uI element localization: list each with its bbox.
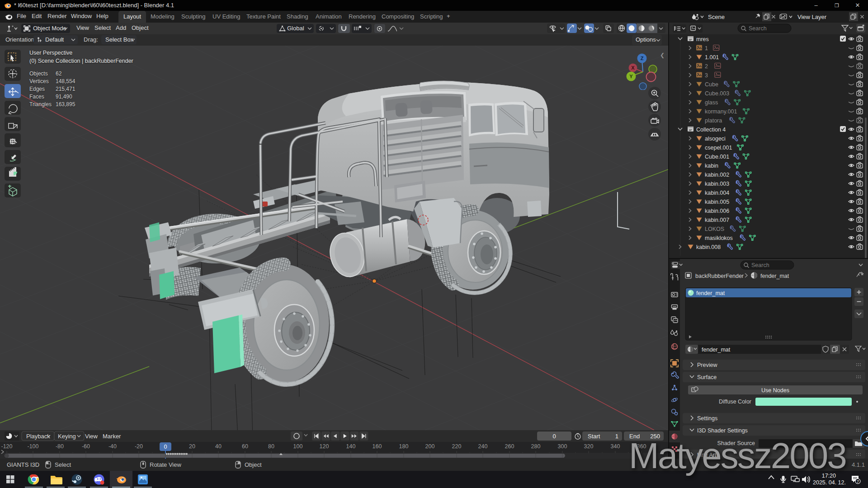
svg-text:80: 80 bbox=[268, 443, 274, 450]
svg-text:Z: Z bbox=[641, 56, 644, 61]
svg-text:Keying: Keying bbox=[58, 433, 76, 440]
svg-text:backRubberFender: backRubberFender bbox=[695, 273, 744, 279]
svg-text:180: 180 bbox=[399, 443, 409, 450]
svg-text:fender_mat: fender_mat bbox=[702, 347, 731, 353]
svg-text:Use Nodes: Use Nodes bbox=[761, 387, 789, 394]
svg-text:Search: Search bbox=[749, 25, 767, 32]
svg-text:I3D Shader Settings: I3D Shader Settings bbox=[697, 427, 748, 434]
svg-text:Cube.003: Cube.003 bbox=[705, 90, 729, 97]
svg-text:40: 40 bbox=[215, 443, 222, 450]
svg-text:240: 240 bbox=[478, 443, 488, 450]
svg-text:Marker: Marker bbox=[103, 433, 121, 440]
svg-text:Scene: Scene bbox=[708, 14, 725, 20]
svg-text:fender_mat: fender_mat bbox=[696, 290, 725, 296]
svg-text:120: 120 bbox=[320, 443, 329, 450]
svg-text:Cube: Cube bbox=[705, 81, 718, 88]
svg-text:Preview: Preview bbox=[697, 362, 717, 368]
svg-text:Search: Search bbox=[751, 262, 769, 268]
svg-text:60: 60 bbox=[242, 443, 248, 450]
svg-text:kabin.002: kabin.002 bbox=[705, 172, 729, 178]
svg-text:kabin.006: kabin.006 bbox=[705, 208, 729, 214]
svg-text:-60: -60 bbox=[82, 443, 90, 450]
svg-text:0: 0 bbox=[552, 433, 556, 440]
svg-text:kabin: kabin bbox=[705, 163, 718, 169]
svg-text:20: 20 bbox=[189, 443, 195, 450]
svg-text:kabin.008: kabin.008 bbox=[696, 244, 721, 250]
svg-text:0: 0 bbox=[164, 444, 167, 450]
svg-text:160: 160 bbox=[373, 443, 382, 450]
svg-text:260: 260 bbox=[505, 443, 514, 450]
svg-text:LOKOS: LOKOS bbox=[705, 226, 724, 232]
svg-text:Start: Start bbox=[588, 433, 600, 440]
svg-text:View Layer: View Layer bbox=[797, 14, 827, 20]
svg-text:Settings: Settings bbox=[697, 415, 717, 422]
svg-text:2025. 04. 12.: 2025. 04. 12. bbox=[813, 479, 846, 486]
svg-text:-20: -20 bbox=[135, 443, 143, 450]
svg-text:kormany.001: kormany.001 bbox=[705, 108, 737, 115]
svg-text:-40: -40 bbox=[108, 443, 117, 450]
svg-text:1.001: 1.001 bbox=[705, 54, 719, 61]
svg-text:kabin.004: kabin.004 bbox=[705, 190, 729, 196]
svg-text:-100: -100 bbox=[27, 443, 38, 450]
svg-text:Playback: Playback bbox=[26, 433, 50, 440]
svg-text:-120: -120 bbox=[1, 443, 12, 450]
svg-text:kabin.003: kabin.003 bbox=[705, 181, 729, 187]
svg-text:mres: mres bbox=[696, 36, 709, 42]
svg-text:200: 200 bbox=[425, 443, 435, 450]
svg-text:140: 140 bbox=[346, 443, 356, 450]
svg-text:Surface: Surface bbox=[697, 374, 717, 380]
svg-text:100: 100 bbox=[293, 443, 303, 450]
svg-text:platora: platora bbox=[705, 117, 722, 124]
svg-text:280: 280 bbox=[531, 443, 541, 450]
svg-text:View: View bbox=[85, 433, 98, 440]
svg-text:Y: Y bbox=[629, 74, 633, 79]
svg-text:340: 340 bbox=[611, 443, 620, 450]
svg-text:fender_mat: fender_mat bbox=[760, 273, 789, 279]
svg-text:7: 7 bbox=[857, 479, 859, 484]
svg-text:3: 3 bbox=[705, 72, 708, 79]
svg-text:X: X bbox=[631, 65, 635, 70]
svg-text:masiklokos: masiklokos bbox=[705, 235, 733, 241]
svg-text:2: 2 bbox=[705, 63, 708, 70]
svg-text:csepel.001: csepel.001 bbox=[705, 145, 732, 151]
svg-text:glass: glass bbox=[705, 99, 718, 106]
svg-text:1: 1 bbox=[615, 433, 618, 440]
svg-text:Diffuse Color: Diffuse Color bbox=[719, 399, 751, 405]
svg-text:kabin.005: kabin.005 bbox=[705, 199, 729, 205]
svg-text:Cube.001: Cube.001 bbox=[705, 154, 729, 160]
svg-text:220: 220 bbox=[452, 443, 462, 450]
svg-text:320: 320 bbox=[584, 443, 594, 450]
svg-text:kabin.007: kabin.007 bbox=[705, 217, 729, 223]
svg-text:1: 1 bbox=[705, 45, 708, 52]
svg-text:300: 300 bbox=[558, 443, 567, 450]
svg-text:-80: -80 bbox=[56, 443, 64, 450]
svg-text:Collection 4: Collection 4 bbox=[696, 127, 726, 133]
svg-text:alsogeci: alsogeci bbox=[705, 136, 726, 142]
